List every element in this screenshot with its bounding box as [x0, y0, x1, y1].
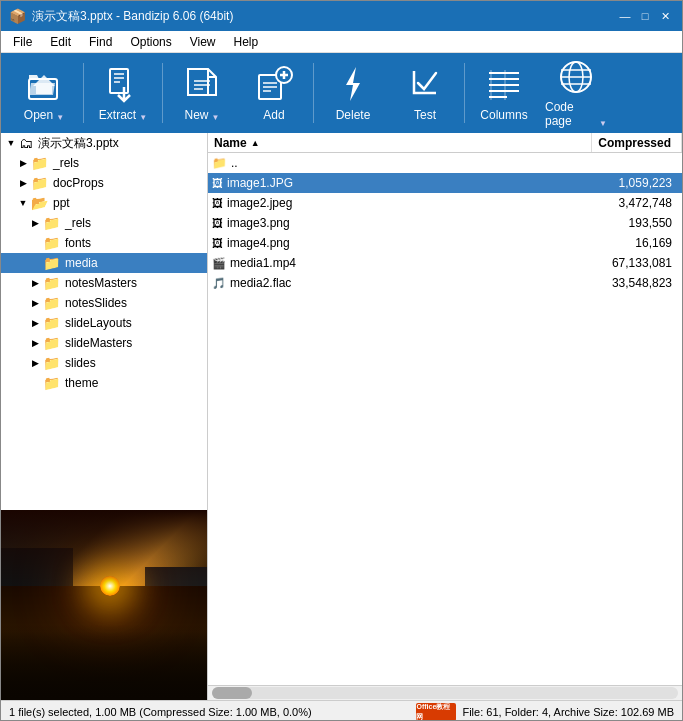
file-cell-name-image4: 🖼 image4.png [208, 236, 628, 250]
file-cell-name-image1: 🖼 image1.JPG [208, 176, 619, 190]
file-row-media2[interactable]: 🎵 media2.flac 33,548,823 [208, 273, 682, 293]
minimize-button[interactable]: — [616, 7, 634, 25]
folder-theme-icon: 📁 [43, 375, 60, 391]
expand-root[interactable]: ▼ [5, 137, 17, 149]
expand-ppt[interactable]: ▼ [17, 197, 29, 209]
file-cell-compressed-media1: 67,133,081 [612, 256, 682, 270]
folder-fonts-icon: 📁 [43, 235, 60, 251]
scrollbar-thumb[interactable] [212, 687, 252, 699]
horizontal-scrollbar[interactable] [208, 685, 682, 700]
file-name-image4: image4.png [227, 236, 290, 250]
tree-item-fonts-label: fonts [65, 236, 91, 250]
tree-item-notesMasters[interactable]: ▶ 📁 notesMasters [1, 273, 207, 293]
expand-slides[interactable]: ▶ [29, 357, 41, 369]
col-header-compressed[interactable]: Compressed [592, 133, 682, 152]
tree-item-media[interactable]: 📁 media [1, 253, 207, 273]
scrollbar-track[interactable] [212, 687, 678, 699]
file-cell-compressed-image2: 3,472,748 [619, 196, 682, 210]
expand-slideLayouts[interactable]: ▶ [29, 317, 41, 329]
menu-help[interactable]: Help [226, 33, 267, 51]
left-container: ▼ 🗂 演示文稿3.pptx ▶ 📁 _rels ▶ 📁 docProps ▼ … [1, 133, 208, 700]
file-row-image2[interactable]: 🖼 image2.jpeg 3,472,748 [208, 193, 682, 213]
svg-marker-17 [346, 67, 360, 101]
menu-options[interactable]: Options [122, 33, 179, 51]
toolbar-separator-1 [83, 63, 84, 123]
add-label: Add [263, 108, 284, 122]
tree-item-notesMasters-label: notesMasters [65, 276, 137, 290]
title-controls: — □ ✕ [616, 7, 674, 25]
toolbar-open-button[interactable]: Open ▼ [9, 57, 79, 129]
file-row-image3[interactable]: 🖼 image3.png 193,550 [208, 213, 682, 233]
toolbar-codepage-button[interactable]: Code page ▼ [541, 57, 611, 129]
menu-file[interactable]: File [5, 33, 40, 51]
file-name-media1: media1.mp4 [230, 256, 296, 270]
tree-item-theme[interactable]: 📁 theme [1, 373, 207, 393]
menu-bar: File Edit Find Options View Help [1, 31, 682, 53]
main-area: ▼ 🗂 演示文稿3.pptx ▶ 📁 _rels ▶ 📁 docProps ▼ … [1, 133, 682, 700]
office-logo: Office教程网 [416, 703, 456, 721]
col-header-name[interactable]: Name ▲ [208, 133, 592, 152]
toolbar-test-button[interactable]: Test [390, 57, 460, 129]
tree-item-slides[interactable]: ▶ 📁 slides [1, 353, 207, 373]
tree-item-rels-root[interactable]: ▶ 📁 _rels [1, 153, 207, 173]
menu-view[interactable]: View [182, 33, 224, 51]
parent-folder-icon: 📁 [212, 156, 227, 170]
image3-icon: 🖼 [212, 217, 223, 229]
svg-rect-2 [110, 69, 128, 93]
expand-notesSlides[interactable]: ▶ [29, 297, 41, 309]
tree-item-docProps[interactable]: ▶ 📁 docProps [1, 173, 207, 193]
new-label: New [185, 108, 209, 122]
expand-docProps[interactable]: ▶ [17, 177, 29, 189]
toolbar-extract-button[interactable]: Extract ▼ [88, 57, 158, 129]
open-label: Open [24, 108, 53, 122]
file-row-media1[interactable]: 🎬 media1.mp4 67,133,081 [208, 253, 682, 273]
file-cell-compressed-image4: 16,169 [628, 236, 682, 250]
tree-item-fonts[interactable]: 📁 fonts [1, 233, 207, 253]
tree-item-slideMasters[interactable]: ▶ 📁 slideMasters [1, 333, 207, 353]
file-row-image1[interactable]: 🖼 image1.JPG 1,059,223 [208, 173, 682, 193]
toolbar-separator-4 [464, 63, 465, 123]
file-cell-name-media1: 🎬 media1.mp4 [208, 256, 612, 270]
tree-root[interactable]: ▼ 🗂 演示文稿3.pptx [1, 133, 207, 153]
tree-item-ppt-rels[interactable]: ▶ 📁 _rels [1, 213, 207, 233]
tree-item-ppt[interactable]: ▼ 📂 ppt [1, 193, 207, 213]
media1-icon: 🎬 [212, 257, 226, 270]
maximize-button[interactable]: □ [636, 7, 654, 25]
toolbar-columns-button[interactable]: Columns [469, 57, 539, 129]
new-icon [182, 64, 222, 104]
image4-icon: 🖼 [212, 237, 223, 249]
file-list-header: Name ▲ Compressed [208, 133, 682, 153]
right-panel: Name ▲ Compressed 📁 .. 🖼 image1. [208, 133, 682, 700]
file-row-image4[interactable]: 🖼 image4.png 16,169 [208, 233, 682, 253]
expand-slideMasters[interactable]: ▶ [29, 337, 41, 349]
expand-ppt-rels[interactable]: ▶ [29, 217, 41, 229]
expand-rels-root[interactable]: ▶ [17, 157, 29, 169]
delete-icon [333, 64, 373, 104]
file-cell-compressed-media2: 33,548,823 [612, 276, 682, 290]
expand-notesMasters[interactable]: ▶ [29, 277, 41, 289]
status-text: 1 file(s) selected, 1.00 MB (Compressed … [9, 706, 312, 718]
file-name-image1: image1.JPG [227, 176, 293, 190]
tree-panel[interactable]: ▼ 🗂 演示文稿3.pptx ▶ 📁 _rels ▶ 📁 docProps ▼ … [1, 133, 207, 510]
menu-find[interactable]: Find [81, 33, 120, 51]
file-cell-name-parent: 📁 .. [208, 156, 628, 170]
tree-item-notesSlides[interactable]: ▶ 📁 notesSlides [1, 293, 207, 313]
test-label: Test [414, 108, 436, 122]
status-right: Office教程网 File: 61, Folder: 4, Archive S… [416, 703, 674, 721]
status-bar: 1 file(s) selected, 1.00 MB (Compressed … [1, 700, 682, 721]
tree-item-slideLayouts[interactable]: ▶ 📁 slideLayouts [1, 313, 207, 333]
open-icon [24, 64, 64, 104]
toolbar-new-button[interactable]: New ▼ [167, 57, 237, 129]
title-bar: 📦 演示文稿3.pptx - Bandizip 6.06 (64bit) — □… [1, 1, 682, 31]
tree-item-theme-label: theme [65, 376, 98, 390]
toolbar-add-button[interactable]: Add [239, 57, 309, 129]
toolbar-delete-button[interactable]: Delete [318, 57, 388, 129]
file-row-parent[interactable]: 📁 .. [208, 153, 682, 173]
file-cell-compressed-image1: 1,059,223 [619, 176, 682, 190]
file-list-body[interactable]: 📁 .. 🖼 image1.JPG 1,059,223 🖼 image2.jpe… [208, 153, 682, 685]
menu-edit[interactable]: Edit [42, 33, 79, 51]
folder-docProps-icon: 📁 [31, 175, 48, 191]
status-left: 1 file(s) selected, 1.00 MB (Compressed … [9, 706, 416, 718]
media2-icon: 🎵 [212, 277, 226, 290]
close-button[interactable]: ✕ [656, 7, 674, 25]
